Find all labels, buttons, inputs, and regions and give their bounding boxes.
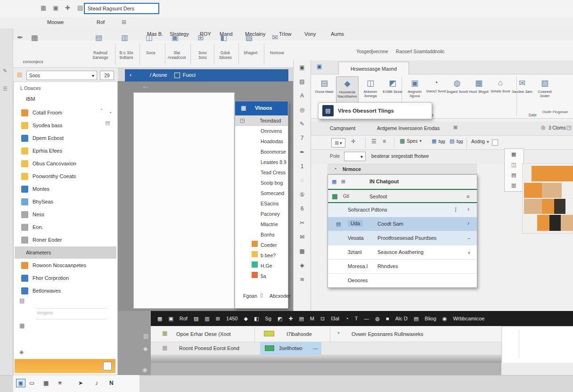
diamond-icon[interactable]: ◈ bbox=[19, 349, 24, 355]
taskbar-icon[interactable]: ▨ bbox=[194, 316, 198, 322]
menu-item[interactable]: Vesata Prootfosesesad Psurdses – bbox=[328, 231, 477, 245]
rows-icon[interactable]: ▤ bbox=[511, 172, 516, 178]
grid-plus-icon[interactable]: ⊞ bbox=[453, 124, 458, 131]
table-icon[interactable]: ▦ bbox=[31, 33, 38, 42]
list-item[interactable]: Soolp bog bbox=[235, 178, 288, 188]
ribbon-group-icon[interactable]: ▨ bbox=[246, 33, 253, 42]
target-icon[interactable]: ◎ bbox=[293, 106, 311, 113]
ribbon-group-icon[interactable]: ◫ bbox=[146, 33, 153, 42]
highlight-block[interactable] bbox=[15, 359, 115, 373]
font-icon[interactable]: A bbox=[293, 92, 311, 99]
sidebar-item[interactable]: Eprhia Efees bbox=[15, 145, 116, 157]
color-swatch[interactable] bbox=[252, 272, 258, 278]
taskbar-icon[interactable]: — bbox=[364, 316, 369, 321]
window-restore-icon[interactable]: ◳ bbox=[566, 124, 571, 131]
folder-dropdown[interactable]: Soos ▾ bbox=[26, 71, 97, 80]
taskbar-icon[interactable]: ▣ bbox=[168, 316, 173, 322]
palette-swatch[interactable] bbox=[542, 183, 562, 198]
palette-swatch[interactable] bbox=[549, 215, 561, 231]
menu-item[interactable]: Sofsraoct Pdtons ĵ › bbox=[328, 203, 477, 217]
views-pill-button[interactable]: ▤ Vlres Obessort Tlings bbox=[318, 102, 432, 119]
n-badge-icon[interactable]: N bbox=[109, 380, 114, 386]
palette-swatch[interactable] bbox=[554, 199, 565, 214]
sidebar-item[interactable]: Obus Cancovaxion bbox=[15, 157, 116, 170]
palette-swatch[interactable] bbox=[524, 199, 542, 214]
diamond-icon[interactable]: ◈ bbox=[293, 262, 311, 269]
list-item[interactable]: Coeder bbox=[235, 240, 288, 250]
add-icon[interactable]: ✚ bbox=[65, 4, 70, 11]
menu-item-rof[interactable]: Rof bbox=[97, 19, 105, 25]
taskbar-label[interactable]: T bbox=[355, 316, 358, 321]
list-item[interactable]: Bonhs bbox=[235, 229, 288, 240]
send-icon[interactable]: ➤ bbox=[78, 380, 83, 386]
taskbar-label[interactable]: Sg bbox=[265, 316, 271, 321]
taskbar-icon[interactable]: ▤ bbox=[299, 316, 303, 322]
ribbon-group-icon[interactable]: ▤ bbox=[95, 33, 102, 42]
back-arrow-icon[interactable]: ← bbox=[141, 81, 150, 91]
sidebar-item[interactable]: Dpem Ecbost bbox=[15, 132, 116, 144]
insert-dropdown[interactable]: ⊞ ▾ bbox=[331, 138, 345, 147]
aodng-dropdown[interactable]: Aodng ▾ bbox=[471, 139, 489, 144]
list-item[interactable]: Paconey bbox=[235, 209, 288, 219]
taskbar-label[interactable]: Bliog bbox=[425, 316, 436, 321]
taskbar-label[interactable]: 1450 bbox=[226, 316, 237, 321]
doc-window-titlebar[interactable]: ‹ / Aosne Fuoci bbox=[125, 69, 288, 82]
grid-icon[interactable]: ▦ bbox=[41, 4, 46, 11]
sidebar-item[interactable]: Montes bbox=[15, 183, 116, 195]
ribbon-button[interactable]: ◍ 3oganl 3vodt bbox=[446, 76, 468, 111]
taskbar-icon[interactable]: ◉ bbox=[442, 316, 447, 322]
list-item[interactable]: Hoadodas bbox=[235, 136, 288, 147]
sidebar-root-label[interactable]: IBM bbox=[26, 96, 35, 102]
app-icon[interactable]: ▣ bbox=[293, 64, 311, 71]
filter-combobox[interactable]: ▾ bbox=[344, 152, 366, 161]
taskbar-label[interactable]: I3al bbox=[331, 316, 339, 321]
vlnoos-subheader[interactable]: ◳ Teondasd bbox=[235, 115, 288, 126]
digit-7-icon[interactable]: 7 bbox=[293, 135, 311, 141]
taskbar-icon[interactable]: ⊞ bbox=[216, 316, 220, 322]
columns-icon[interactable]: ◫ bbox=[511, 162, 516, 168]
notes-icon[interactable]: ▤ bbox=[19, 297, 25, 304]
ribbon-tab[interactable]: Vony bbox=[304, 31, 316, 37]
digit-6-icon[interactable]: 6 bbox=[293, 205, 311, 212]
ribbon-button[interactable]: ▦ Hoot 3fogot bbox=[467, 76, 490, 111]
align-left-icon[interactable]: ☰ bbox=[371, 138, 377, 145]
doc-lower-icon[interactable]: ▤ bbox=[143, 333, 148, 339]
list-item[interactable]: b bee? bbox=[235, 250, 288, 261]
sidebar-item[interactable]: Betlorwaves bbox=[15, 285, 116, 297]
ribbon-group-icon[interactable]: ▥ bbox=[121, 33, 128, 42]
pen-icon[interactable]: ✒ bbox=[17, 33, 23, 42]
sidebar-item[interactable]: Ness bbox=[15, 208, 116, 220]
list-item[interactable]: 5a bbox=[235, 271, 288, 281]
window-icon[interactable]: ▣ bbox=[53, 4, 58, 11]
ribbon-tab[interactable]: Trlow bbox=[279, 31, 291, 37]
taskbar-icon[interactable]: ✚ bbox=[288, 316, 293, 322]
taskbar-label[interactable]: Rof bbox=[180, 316, 188, 321]
checkbox[interactable] bbox=[492, 139, 498, 146]
search-input[interactable] bbox=[84, 3, 159, 14]
digit-1-icon[interactable]: 1 bbox=[293, 163, 311, 170]
circle-icon[interactable]: ◌ bbox=[293, 177, 311, 184]
taskbar-label[interactable]: M bbox=[310, 316, 314, 321]
sidebar-item[interactable]: BhySeas bbox=[15, 196, 116, 208]
cross-icon[interactable]: ✛ bbox=[351, 138, 356, 145]
ribbon-tab[interactable]: Aums bbox=[331, 31, 344, 37]
ribbon-group-icon[interactable]: ✉ bbox=[272, 33, 278, 42]
sidebar-section-label[interactable]: L Oswces bbox=[20, 86, 41, 91]
ribbon-button[interactable]: ▧ Coseest 3oder bbox=[533, 76, 556, 111]
monitor-icon[interactable]: ▭ bbox=[29, 380, 34, 386]
apps-icon[interactable]: ⊞ bbox=[122, 19, 126, 25]
grid-small-icon[interactable]: ▦ bbox=[19, 322, 25, 329]
list-item[interactable]: Leaates 8.9 bbox=[235, 157, 288, 167]
list-item[interactable]: Tead Cress bbox=[235, 167, 288, 178]
count-box[interactable]: 29 bbox=[100, 71, 114, 80]
menu-item[interactable]: ▦ ⊞ IN Chatgout bbox=[328, 175, 477, 189]
menu-item-selected-green[interactable]: Gtl Sesfoot ≡ bbox=[328, 189, 477, 203]
list-item[interactable]: Somecand bbox=[235, 188, 288, 198]
window-chip-icon[interactable]: ▣ bbox=[16, 379, 25, 387]
target-icon[interactable]: ◎ bbox=[541, 124, 546, 131]
ribbon-group-icon[interactable]: ▣ bbox=[172, 33, 179, 42]
ribbon-group-icon[interactable]: ◧ bbox=[220, 33, 227, 42]
scissors-icon[interactable]: ✂ bbox=[293, 220, 311, 226]
taskbar-icon[interactable]: ▥ bbox=[205, 316, 209, 322]
palette-swatch[interactable] bbox=[542, 199, 554, 214]
